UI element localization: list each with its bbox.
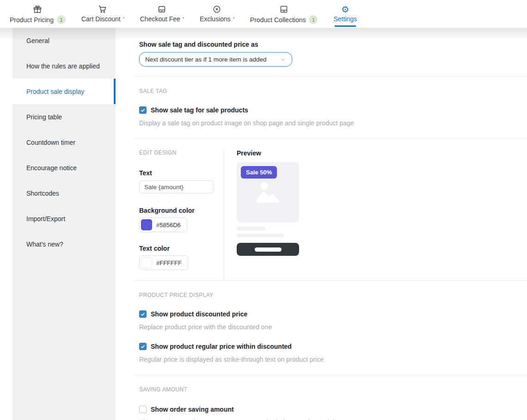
settings-sidebar: General How the rules are applied Produc… (12, 28, 116, 420)
tab-checkout-fee[interactable]: Checkout Fee (132, 0, 192, 28)
tab-label: Settings (333, 15, 357, 23)
sidebar-item-whats-new[interactable]: What's new? (12, 231, 116, 257)
tab-marker-dot (123, 17, 124, 19)
sale-tag-description: Display a sale tag on product image on s… (139, 119, 527, 127)
text-color-picker[interactable]: #FFFFFF (139, 255, 188, 270)
tab-marker-dot (183, 17, 184, 19)
section-divider (134, 375, 527, 375)
tab-settings[interactable]: ⚙ Settings (325, 0, 365, 28)
display-as-select[interactable]: Next discount tier as if 1 more item is … (139, 52, 292, 67)
section-divider (134, 280, 527, 281)
discounted-price-checkbox[interactable] (139, 310, 147, 318)
gear-icon: ⚙ (341, 4, 349, 14)
wallet-icon (157, 4, 166, 14)
background-color-swatch (141, 219, 152, 230)
add-to-cart-button-placeholder (237, 243, 299, 256)
sidebar-item-how-rules-applied[interactable]: How the rules are applied (12, 53, 116, 79)
tag-text-label: Text (139, 169, 224, 177)
order-saving-checkbox-label: Show order saving amount (151, 406, 234, 413)
tab-label: Checkout Fee (140, 15, 180, 23)
display-as-selected-value: Next discount tier as if 1 more item is … (145, 56, 267, 63)
sidebar-item-general[interactable]: General (12, 28, 116, 53)
chevron-down-icon (280, 56, 286, 63)
tab-badge: 1 (309, 15, 318, 24)
settings-content: Show sale tag and discounted price as Ne… (116, 28, 527, 420)
tab-label: Product Pricing (10, 16, 54, 24)
tab-product-collections[interactable]: Product Collections 1 (242, 0, 326, 28)
sidebar-item-product-sale-display[interactable]: Product sale display (12, 79, 116, 104)
preview-label: Preview (237, 149, 299, 157)
text-color-swatch (141, 257, 152, 268)
background-color-picker[interactable]: #5856D6 (139, 217, 187, 232)
sidebar-item-import-export[interactable]: Import/Export (12, 206, 116, 231)
left-gutter (0, 28, 12, 420)
product-image-placeholder: Sale 50% (237, 162, 299, 222)
edit-design-section-title: EDIT DESIGN (139, 149, 224, 156)
button-text-placeholder (255, 247, 282, 252)
discounted-price-checkbox-label: Show product discounted price (151, 310, 247, 318)
tag-text-input[interactable] (139, 180, 214, 193)
tab-cart-discount[interactable]: Cart Discount (74, 0, 132, 28)
discounted-price-description: Replace product price with the discounte… (139, 323, 527, 331)
skeleton-text-line (237, 234, 284, 237)
text-color-hex: #FFFFFF (152, 259, 186, 266)
skeleton-text-line (237, 227, 265, 230)
display-as-label: Show sale tag and discounted price as (139, 41, 527, 48)
section-divider (134, 76, 527, 77)
background-color-hex: #5856D6 (152, 222, 185, 229)
sidebar-item-pricing-table[interactable]: Pricing table (12, 104, 116, 130)
tab-exclusions[interactable]: Exclusions (192, 0, 242, 28)
price-display-section-title: PRODUCT PRICE DISPLAY (139, 292, 527, 298)
top-nav: Product Pricing 1 Cart Discount Checkout… (0, 0, 527, 28)
tab-label: Cart Discount (81, 15, 121, 23)
gift-icon (33, 4, 42, 14)
sale-tag-checkbox-label: Show sale tag for sale products (151, 106, 248, 114)
tab-label: Exclusions (200, 15, 231, 23)
image-icon (255, 181, 281, 207)
sidebar-item-countdown-timer[interactable]: Countdown timer (12, 130, 116, 155)
collections-icon (279, 4, 288, 14)
sale-tag-checkbox[interactable] (139, 106, 147, 114)
tab-badge: 1 (57, 15, 66, 24)
tab-label: Product Collections (250, 16, 306, 24)
sale-tag-section-title: SALE TAG (139, 88, 527, 94)
tab-marker-dot (233, 17, 234, 19)
regular-price-checkbox-label: Show product regular price within discou… (151, 343, 292, 350)
regular-price-description: Regular price is displayed as strike-thr… (139, 356, 527, 363)
sidebar-item-shortcodes[interactable]: Shortcodes (12, 180, 116, 206)
exclude-icon (212, 4, 221, 14)
sidebar-item-encourage-notice[interactable]: Encourage notice (12, 155, 116, 180)
saving-amount-section-title: SAVING AMOUNT (139, 386, 527, 393)
sale-tag-badge: Sale 50% (241, 166, 277, 179)
background-color-label: Background color (139, 207, 224, 214)
order-saving-checkbox[interactable] (139, 406, 147, 413)
tab-product-pricing[interactable]: Product Pricing 1 (2, 0, 74, 28)
text-color-label: Text color (139, 245, 224, 252)
sale-tag-preview-card: Sale 50% (237, 162, 299, 256)
cart-icon (98, 4, 107, 14)
regular-price-checkbox[interactable] (139, 343, 147, 350)
